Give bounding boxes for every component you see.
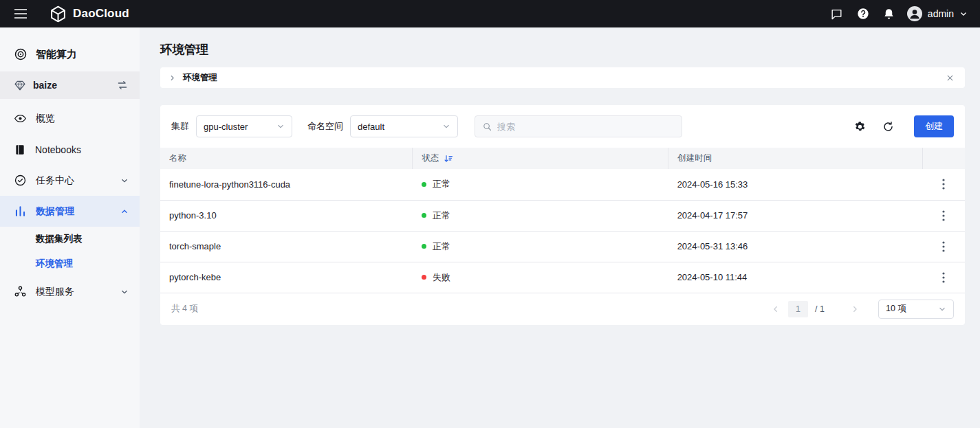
sidebar-item-model-services[interactable]: 模型服务	[0, 276, 140, 307]
namespace-select[interactable]: default	[350, 115, 458, 137]
brand-name: DaoCloud	[73, 7, 129, 21]
prev-page-button[interactable]	[770, 304, 781, 315]
brand-logo: DaoCloud	[50, 5, 129, 23]
chevron-up-icon	[120, 207, 129, 216]
search-input[interactable]	[497, 122, 675, 132]
user-menu[interactable]: admin	[904, 6, 970, 21]
list-toolbar: 集群 gpu-cluster 命名空间 default	[160, 105, 965, 148]
sidebar-item-overview[interactable]: 概览	[0, 103, 140, 134]
refresh-button[interactable]	[880, 119, 896, 135]
kebab-menu-icon	[942, 272, 945, 283]
breadcrumb-close-button[interactable]	[944, 71, 957, 85]
workspace-label: baize	[33, 80, 57, 91]
row-actions-button[interactable]	[935, 174, 952, 194]
eye-icon	[14, 112, 27, 125]
column-header-created: 创建时间	[668, 148, 922, 169]
page-number-input[interactable]: 1	[788, 301, 808, 317]
env-name: torch-smaple	[169, 241, 221, 251]
main-content: 环境管理 环境管理 集群 gpu-cluster	[140, 27, 980, 428]
check-circle-icon	[14, 174, 27, 187]
row-actions-button[interactable]	[935, 237, 952, 256]
avatar	[907, 6, 922, 21]
status-dot	[422, 244, 426, 249]
environment-table: 名称 状态	[160, 148, 965, 293]
cluster-select-value: gpu-cluster	[204, 122, 248, 132]
created-time: 2024-05-10 11:44	[677, 272, 748, 282]
status-dot	[422, 182, 426, 187]
env-name: python-3.10	[169, 210, 217, 221]
refresh-icon	[882, 120, 895, 133]
daocloud-logo-icon	[50, 5, 67, 23]
switch-workspace-icon[interactable]	[116, 79, 129, 91]
pagination: 1 / 1 10 项	[770, 300, 954, 319]
sidebar-item-data-management[interactable]: 数据管理	[0, 196, 140, 227]
hamburger-icon	[14, 9, 27, 19]
sidebar-subitem-environment-management[interactable]: 环境管理	[0, 251, 140, 276]
created-time: 2024-05-16 15:33	[677, 179, 748, 190]
messages-button[interactable]	[826, 3, 848, 25]
created-time: 2024-05-31 13:46	[677, 241, 748, 251]
notifications-button[interactable]	[878, 3, 900, 25]
sidebar: 智能算力 baize	[0, 27, 140, 428]
gem-icon	[14, 79, 26, 91]
page-title: 环境管理	[160, 41, 965, 58]
status-badge: 失败	[433, 271, 450, 284]
breadcrumb: 环境管理	[160, 67, 965, 88]
chevron-down-icon	[442, 122, 450, 131]
page-size-select[interactable]: 10 项	[878, 300, 954, 319]
environment-list-card: 集群 gpu-cluster 命名空间 default	[160, 105, 965, 325]
sidebar-workspace-baize[interactable]: baize	[0, 71, 140, 99]
create-button[interactable]: 创建	[914, 115, 954, 137]
topbar: DaoCloud	[0, 0, 980, 27]
help-button[interactable]	[852, 3, 874, 25]
sidebar-item-label: 任务中心	[36, 174, 74, 187]
bell-icon	[882, 8, 895, 21]
table-row: torch-smaple 正常 2024-05-31 13:46	[160, 231, 965, 262]
sort-status-button[interactable]	[444, 154, 453, 164]
status-dot	[422, 275, 426, 280]
env-name: pytorch-kebe	[169, 272, 221, 282]
total-count: 共 4 项	[171, 303, 198, 315]
namespace-label: 命名空间	[307, 120, 343, 133]
namespace-select-value: default	[358, 122, 384, 132]
sidebar-subitem-label: 环境管理	[36, 258, 73, 270]
chevron-right-icon	[851, 305, 859, 313]
table-row: pytorch-kebe 失败 2024-05-10 11:44	[160, 262, 965, 293]
search-icon	[482, 122, 492, 132]
sidebar-item-label: 模型服务	[36, 286, 74, 298]
sidebar-item-task-center[interactable]: 任务中心	[0, 165, 140, 196]
status-badge: 正常	[433, 240, 450, 253]
table-row: finetune-lora-python3116-cuda 正常 2024-05…	[160, 169, 965, 200]
search-box	[475, 115, 682, 137]
row-actions-button[interactable]	[935, 206, 952, 225]
sidebar-item-label: 概览	[36, 113, 55, 125]
chevron-right-icon	[168, 74, 176, 82]
chat-icon	[830, 8, 843, 21]
column-header-actions	[922, 148, 965, 169]
chevron-down-icon	[276, 122, 285, 131]
next-page-button[interactable]	[849, 304, 860, 315]
settings-button[interactable]	[852, 119, 868, 135]
breadcrumb-item: 环境管理	[183, 72, 217, 84]
sort-icon	[444, 154, 453, 164]
module-label: 智能算力	[36, 48, 77, 61]
menu-toggle-button[interactable]	[10, 3, 32, 25]
sidebar-item-notebooks[interactable]: Notebooks	[0, 134, 140, 165]
kebab-menu-icon	[942, 241, 945, 252]
close-icon	[946, 74, 954, 82]
smart-computing-icon	[14, 47, 28, 61]
table-footer: 共 4 项 1 / 1 10 项	[160, 293, 965, 325]
sidebar-subitem-dataset-list[interactable]: 数据集列表	[0, 227, 140, 251]
nodes-icon	[14, 285, 27, 298]
row-actions-button[interactable]	[935, 268, 952, 287]
created-time: 2024-04-17 17:57	[677, 210, 748, 221]
topbar-actions: admin	[826, 3, 970, 25]
notebook-icon	[14, 144, 26, 156]
env-name: finetune-lora-python3116-cuda	[169, 179, 290, 190]
cluster-select[interactable]: gpu-cluster	[196, 115, 292, 137]
sidebar-item-label: Notebooks	[35, 144, 81, 155]
sidebar-module-header: 智能算力	[0, 38, 140, 70]
kebab-menu-icon	[942, 179, 945, 190]
chevron-down-icon	[120, 177, 129, 185]
page-size-value: 10 项	[886, 303, 906, 315]
